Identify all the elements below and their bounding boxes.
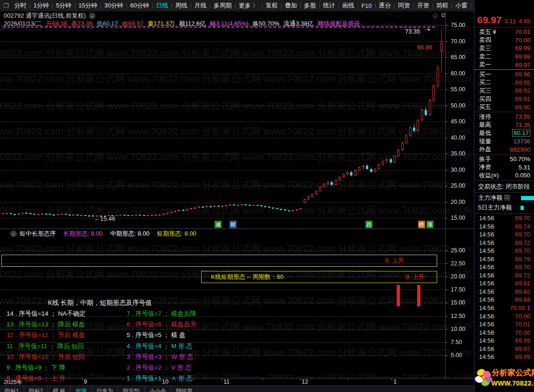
five-day-flow-row: 5日主力净额 xyxy=(474,203,534,213)
menu-item-30分钟[interactable]: 30分钟 xyxy=(101,1,126,10)
axis-tick xyxy=(445,57,447,58)
x-axis-tick xyxy=(222,378,222,380)
bottom-tab[interactable]: 管理 xyxy=(71,386,92,392)
legend-row: 14 . 序号值=14 ； NA不确定 xyxy=(7,310,86,318)
axis-tick xyxy=(445,218,447,218)
axis-tick xyxy=(445,25,447,26)
candle xyxy=(147,215,149,216)
candle xyxy=(76,215,79,216)
price-annotation: ⇢ xyxy=(425,26,430,33)
tick-row: 14:5669.74 xyxy=(474,222,534,230)
candle xyxy=(41,214,43,215)
y-axis-label: 10.00 xyxy=(451,326,465,332)
quote-row: 卖二69.98 xyxy=(474,53,534,61)
quote-row-label: 卖五 ¥ xyxy=(479,28,496,36)
legend-row: 7 . 序号值=7 ； 横盘后降 xyxy=(127,310,196,318)
candle xyxy=(6,213,8,214)
tick-price: 69.82 xyxy=(515,288,530,295)
bottom-tab[interactable]: 小小会 xyxy=(145,386,171,392)
bottom-tab-strip: 指标1指标2模 板管理日专为指定型小小会阴纸票 xyxy=(0,385,474,392)
bottom-tab[interactable]: 指标1 xyxy=(0,386,24,392)
tick-row: 14:5670.01 xyxy=(474,320,534,329)
menu-item-15分钟[interactable]: 15分钟 xyxy=(76,1,100,10)
tick-row: 14:5669.72 xyxy=(474,238,534,247)
separator xyxy=(474,213,534,214)
quote-row-label: 买三 xyxy=(479,87,491,95)
candle xyxy=(299,208,302,209)
candle xyxy=(421,110,423,120)
chevron-down-icon[interactable]: ⌄ xyxy=(89,13,95,19)
tick-price: 69.97 xyxy=(515,345,530,352)
logo-text[interactable]: 分析家公式网 xyxy=(492,367,534,378)
quote-row: 涨停73.55 xyxy=(474,113,534,121)
axis-tick xyxy=(445,106,447,106)
bottom-tab[interactable]: 模 板 xyxy=(48,386,70,392)
menu-item-月线[interactable]: 月线 xyxy=(192,1,210,10)
menu-item-60分钟[interactable]: 60分钟 xyxy=(128,1,152,10)
menu-item-简框[interactable]: 简框 xyxy=(433,1,451,10)
menu-item-F10[interactable]: F10 xyxy=(358,2,374,9)
bottom-tab[interactable]: 指标2 xyxy=(24,386,48,392)
quote-row-value: 892900 xyxy=(510,146,530,153)
quote-row-value: 50.70% xyxy=(510,155,530,162)
logo-url[interactable]: WWW.70822.COM xyxy=(491,379,534,387)
tick-price: 70.00 xyxy=(515,313,530,320)
menu-item-日线[interactable]: 日线 xyxy=(153,1,171,10)
tick-row: 14:5670.00 xyxy=(474,328,534,337)
menu-item-复权[interactable]: 复权 xyxy=(263,1,281,10)
menu-item-5分钟[interactable]: 5分钟 xyxy=(53,1,74,10)
quote-row-label: 买一 xyxy=(479,70,491,79)
quote-row-value: 69.96 xyxy=(515,71,530,78)
axis-tick xyxy=(445,202,447,203)
menu-item-分时[interactable]: 分时 xyxy=(12,1,29,10)
menu-item-周线[interactable]: 周线 xyxy=(172,1,190,10)
bottom-tab[interactable]: 指定型 xyxy=(118,386,145,392)
candle xyxy=(304,199,306,203)
menu-item-统计[interactable]: 统计 xyxy=(320,1,338,10)
bottom-tab[interactable]: 阴纸票 xyxy=(171,386,198,392)
quote-row-value: 13736 xyxy=(514,138,530,145)
signal-badge: 榜 xyxy=(418,221,425,228)
menu-item-叠加[interactable]: 叠加 xyxy=(282,1,300,10)
quote-row-value: 69.95 xyxy=(515,79,530,86)
menu-item-逐分[interactable]: 逐分 xyxy=(376,1,394,10)
menu-item-多周期[interactable]: 多周期 xyxy=(211,1,235,10)
y-axis-label: 15.00 xyxy=(451,299,465,306)
menu-item-画线[interactable]: 画线 xyxy=(339,1,357,10)
app-window-icon[interactable]: ❐ xyxy=(0,2,12,9)
candle xyxy=(343,174,345,177)
tick-time: 14:56 xyxy=(479,215,494,222)
indicator-bar xyxy=(397,285,400,306)
menu-item-同资[interactable]: 同资 xyxy=(395,1,413,10)
x-axis-label: 11 xyxy=(223,378,230,385)
candle xyxy=(311,194,313,196)
quote-panel: 69.97 3.11 4.65 卖五 ¥70.01卖四70.00卖三69.99卖… xyxy=(474,0,534,392)
candlestick-chart[interactable] xyxy=(0,23,443,229)
gridline xyxy=(0,329,443,330)
signal-badge: 财 xyxy=(230,221,237,228)
legend-row: 3 . 序号值=3 ； W 形 态 xyxy=(127,353,193,361)
menu-item-1分钟[interactable]: 1分钟 xyxy=(31,1,52,10)
menu-item-小窗[interactable]: 小窗 xyxy=(453,1,470,10)
quote-row: 买五69.90 xyxy=(474,103,534,111)
candle xyxy=(280,209,282,210)
quote-row: 换手50.70% xyxy=(474,155,534,163)
collapse-icon[interactable]: ⌄ xyxy=(10,230,17,237)
menu-item-更多〉[interactable]: 更多 〉 xyxy=(236,1,262,10)
quote-row-value: 5.31 xyxy=(519,164,530,171)
candle xyxy=(319,187,321,191)
price-block: 69.97 3.11 4.65 xyxy=(474,0,534,27)
diamond-icon[interactable]: ◇ xyxy=(433,12,441,19)
menu-item-多股[interactable]: 多股 xyxy=(301,1,319,10)
site-logo[interactable]: 分析家公式网 WWW.70822.COM xyxy=(474,364,534,392)
candle xyxy=(378,164,380,169)
menu-item-开资[interactable]: 开资 xyxy=(414,1,432,10)
y-axis-label: 5.00 xyxy=(451,352,462,358)
pattern-label: 8. 上升 xyxy=(406,273,425,281)
tick-time: 14:56 xyxy=(479,313,494,320)
candle xyxy=(225,205,227,206)
axis-tick xyxy=(445,154,447,154)
candle xyxy=(366,166,368,169)
legend-row: 10 . 序号值=10 ； 升后 短回 xyxy=(7,353,85,361)
bottom-tab[interactable]: 日专为 xyxy=(92,386,118,392)
